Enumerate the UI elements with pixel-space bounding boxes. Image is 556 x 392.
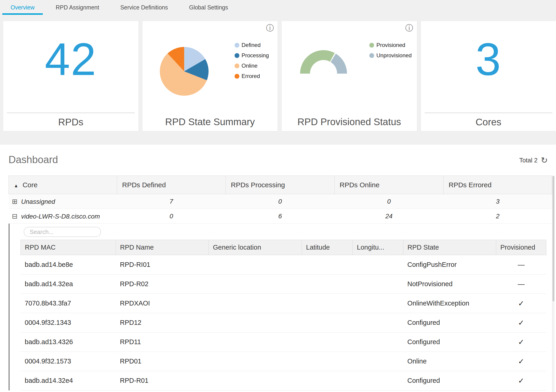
- defined-swatch: [235, 43, 239, 48]
- longitude-cell: [353, 255, 403, 274]
- legend-label: Online: [242, 63, 257, 69]
- latitude-cell: [302, 352, 353, 371]
- tab-overview[interactable]: Overview: [0, 0, 45, 15]
- rpd-row[interactable]: badb.ad14.32eaRPD-R02NotProvisioned—: [21, 274, 546, 294]
- unprovisioned-swatch: [369, 53, 374, 58]
- column-header-generic-location[interactable]: Generic location: [209, 240, 302, 255]
- expanded-core-panel: RPD MAC RPD Name Generic location Latitu…: [8, 224, 556, 390]
- legend-item-provisioned: Provisioned: [369, 42, 412, 48]
- longitude-cell: [353, 371, 403, 390]
- rpd-row[interactable]: badb.ad13.4326RPD11Configured✓: [21, 332, 546, 352]
- core-name: Unassigned: [21, 198, 55, 205]
- rpd-row[interactable]: badb.ad14.be8eRPD-RI01ConfigPushError—: [21, 255, 546, 274]
- core-row[interactable]: ⊟video-LWR-S-D8.cisco.com06242: [9, 209, 552, 224]
- column-header-longitude[interactable]: Longitu...: [353, 240, 403, 255]
- rpd-name-cell: RPD11: [116, 332, 209, 352]
- collapse-icon[interactable]: ⊟: [12, 212, 17, 220]
- longitude-cell: [353, 313, 403, 332]
- generic-location-cell: [209, 332, 302, 352]
- dashboard-header: Dashboard Total 2 ↻: [0, 145, 556, 175]
- rpd-mac-cell: 7070.8b43.3fa7: [21, 294, 116, 313]
- state-summary-title: RPD State Summary: [143, 113, 278, 131]
- legend-label: Processing: [242, 52, 269, 59]
- rpd-row[interactable]: badb.ad14.32e4RPD-R01Configured✓: [21, 371, 546, 390]
- core-table-header-row: ▲ Core RPDs Defined RPDs Processing RPDs…: [9, 176, 552, 194]
- column-header-rpd-state[interactable]: RPD State: [403, 240, 496, 255]
- longitude-cell: [353, 274, 403, 294]
- column-header-rpds-errored[interactable]: RPDs Errored: [444, 176, 552, 194]
- core-table: ▲ Core RPDs Defined RPDs Processing RPDs…: [8, 175, 552, 224]
- rpd-state-cell: Configured: [403, 371, 496, 390]
- rpd-state-cell: NotProvisioned: [403, 274, 496, 294]
- core-metric-value: 0: [226, 194, 335, 209]
- legend-label: Errored: [242, 73, 260, 79]
- provisioned-check-icon: ✓: [496, 352, 546, 371]
- rpd-row[interactable]: 0004.9f32.1343RPD12Configured✓: [21, 313, 546, 332]
- rpd-mac-cell: badb.ad14.be8e: [21, 255, 116, 274]
- provisioned-swatch: [369, 43, 374, 48]
- core-metric-value: 24: [335, 209, 444, 224]
- rpd-name-cell: RPD-R02: [116, 274, 209, 294]
- latitude-cell: [302, 371, 353, 390]
- column-header-rpds-defined[interactable]: RPDs Defined: [117, 176, 226, 194]
- column-header-provisioned[interactable]: Provisioned: [496, 240, 546, 255]
- rpds-card: 42 RPDs: [3, 21, 139, 131]
- rpd-state-cell: Online: [403, 352, 496, 371]
- column-header-rpds-processing[interactable]: RPDs Processing: [226, 176, 335, 194]
- provisioned-check-icon: ✓: [496, 371, 546, 390]
- provisioned-check-icon: ✓: [496, 332, 546, 352]
- rpd-provisioned-status-card: ⓘ Provisioned Unprovisioned RPD Provisio…: [282, 21, 417, 131]
- pie-legend: Defined Processing Online Errored: [235, 42, 269, 79]
- latitude-cell: [302, 332, 353, 352]
- scrollbar-thumb[interactable]: [553, 176, 554, 301]
- legend-item-unprovisioned: Unprovisioned: [369, 52, 412, 59]
- rpd-table-header-row: RPD MAC RPD Name Generic location Latitu…: [21, 240, 546, 255]
- core-metric-value: 0: [335, 194, 444, 209]
- rpd-name-cell: RPDXAOI: [116, 294, 209, 313]
- column-label: Core: [23, 181, 38, 189]
- tab-rpd-assignment[interactable]: RPD Assignment: [45, 0, 110, 15]
- provisioned-gauge-chart: [300, 50, 347, 74]
- expand-icon[interactable]: ⊞: [12, 198, 17, 205]
- rpd-name-cell: RPD-RI01: [116, 255, 209, 274]
- rpd-row[interactable]: 0004.9f32.1573RPD01Online✓: [21, 352, 546, 371]
- search-input[interactable]: [24, 227, 101, 237]
- rpd-state-cell: Configured: [403, 332, 496, 352]
- column-header-core[interactable]: ▲ Core: [9, 176, 117, 194]
- rpd-mac-cell: badb.ad14.32ea: [21, 274, 116, 294]
- vertical-scrollbar[interactable]: [552, 175, 555, 392]
- rpd-state-pie-chart: [160, 47, 208, 96]
- generic-location-cell: [209, 255, 302, 274]
- latitude-cell: [302, 294, 353, 313]
- summary-cards: 42 RPDs ⓘ Defined Processing Online: [0, 15, 556, 131]
- sort-ascending-icon: ▲: [14, 183, 18, 188]
- latitude-cell: [302, 255, 353, 274]
- provisioned-check-icon: ✓: [496, 294, 546, 313]
- rpds-count: 42: [45, 37, 97, 82]
- info-icon[interactable]: ⓘ: [266, 24, 274, 32]
- tab-service-definitions[interactable]: Service Definitions: [110, 0, 178, 15]
- core-row[interactable]: ⊞Unassigned7003: [9, 194, 552, 209]
- provisioned-check-icon: ✓: [496, 313, 546, 332]
- column-header-rpds-online[interactable]: RPDs Online: [335, 176, 444, 194]
- longitude-cell: [353, 352, 403, 371]
- column-header-rpd-name[interactable]: RPD Name: [116, 240, 209, 255]
- rpd-table-body: badb.ad14.be8eRPD-RI01ConfigPushError—ba…: [21, 255, 546, 390]
- core-metric-value: 6: [226, 209, 335, 224]
- rpd-mac-cell: badb.ad14.32e4: [21, 371, 116, 390]
- refresh-icon[interactable]: ↻: [541, 156, 548, 165]
- rpd-mac-cell: badb.ad13.4326: [21, 332, 116, 352]
- errored-swatch: [235, 74, 239, 79]
- core-table-body: ⊞Unassigned7003⊟video-LWR-S-D8.cisco.com…: [9, 194, 552, 224]
- tab-global-settings[interactable]: Global Settings: [178, 0, 239, 15]
- column-header-rpd-mac[interactable]: RPD MAC: [21, 240, 116, 255]
- column-header-latitude[interactable]: Latitude: [302, 240, 353, 255]
- cores-count: 3: [476, 37, 502, 82]
- rpd-state-cell: OnlineWithException: [403, 294, 496, 313]
- info-icon[interactable]: ⓘ: [405, 24, 413, 32]
- rpd-row[interactable]: 7070.8b43.3fa7RPDXAOIOnlineWithException…: [21, 294, 546, 313]
- processing-swatch: [235, 53, 239, 58]
- rpd-name-cell: RPD12: [116, 313, 209, 332]
- total-count: Total 2 ↻: [519, 153, 548, 165]
- generic-location-cell: [209, 313, 302, 332]
